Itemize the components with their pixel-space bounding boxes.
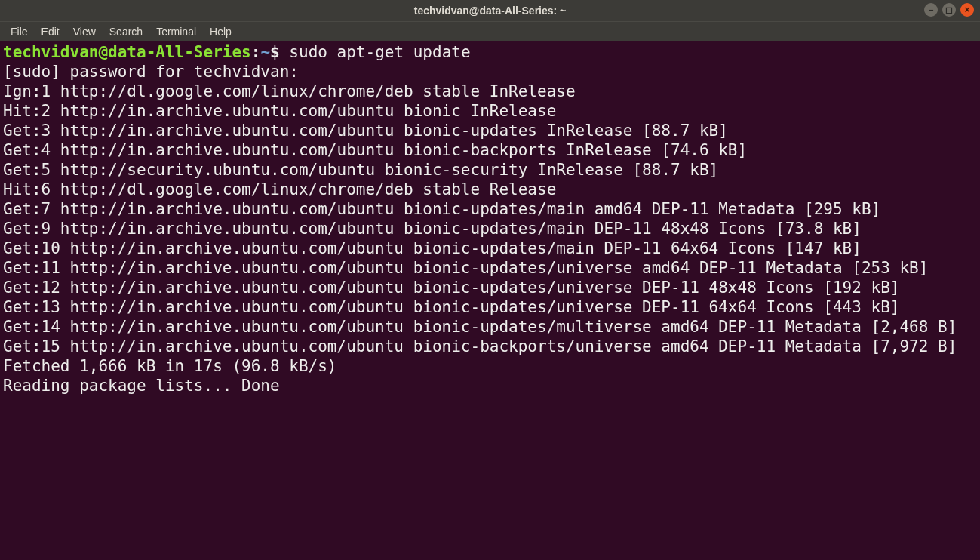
window-title: techvidvan@data-All-Series: ~ xyxy=(414,5,567,17)
window-controls: – ◻ × xyxy=(924,3,974,17)
menu-view[interactable]: View xyxy=(67,24,102,39)
menu-terminal[interactable]: Terminal xyxy=(150,24,202,39)
minimize-button[interactable]: – xyxy=(924,3,938,17)
menu-help[interactable]: Help xyxy=(204,24,238,39)
prompt-path: ~ xyxy=(260,43,270,61)
prompt-userhost: techvidvan@data-All-Series xyxy=(3,43,251,61)
command-text: sudo apt-get update xyxy=(289,43,470,61)
menu-edit[interactable]: Edit xyxy=(35,24,66,39)
close-button[interactable]: × xyxy=(960,3,974,17)
prompt-colon: : xyxy=(251,43,261,61)
menu-search[interactable]: Search xyxy=(103,24,149,39)
menu-file[interactable]: File xyxy=(5,24,34,39)
terminal-window: techvidvan@data-All-Series: ~ – ◻ × File… xyxy=(0,0,980,560)
menubar: File Edit View Search Terminal Help xyxy=(0,21,980,41)
terminal-area[interactable]: techvidvan@data-All-Series:~$ sudo apt-g… xyxy=(0,41,980,560)
terminal-output: [sudo] password for techvidvan: Ign:1 ht… xyxy=(3,63,957,395)
titlebar: techvidvan@data-All-Series: ~ – ◻ × xyxy=(0,0,980,21)
maximize-button[interactable]: ◻ xyxy=(942,3,956,17)
prompt-dollar: $ xyxy=(270,43,289,61)
